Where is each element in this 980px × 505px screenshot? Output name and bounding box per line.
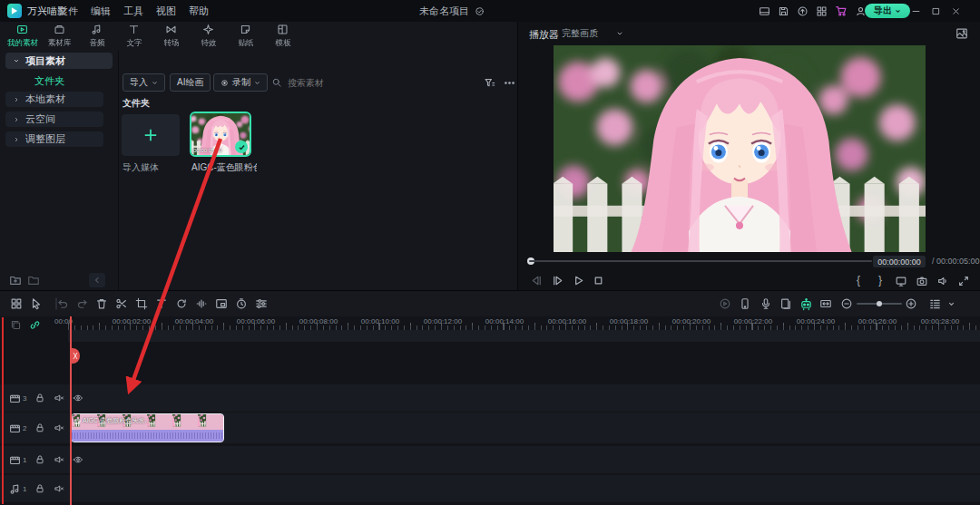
- phone-export-icon[interactable]: [738, 296, 752, 311]
- search-icon: [271, 77, 282, 88]
- hide-track-icon[interactable]: [73, 454, 83, 465]
- media-browser-icon[interactable]: [9, 296, 24, 311]
- play-icon[interactable]: [572, 274, 585, 287]
- current-time: 00:00:00:00: [873, 256, 926, 267]
- mute-track-icon[interactable]: [54, 454, 64, 465]
- tab-stickers[interactable]: 贴纸: [227, 22, 264, 51]
- undo-icon[interactable]: [55, 296, 70, 311]
- mute-track-icon[interactable]: [54, 422, 64, 433]
- new-folder-icon[interactable]: [9, 274, 22, 286]
- delete-icon[interactable]: [94, 296, 109, 311]
- search-input[interactable]: [286, 73, 426, 92]
- mute-track-icon[interactable]: [54, 393, 64, 403]
- crop-icon[interactable]: [134, 296, 149, 311]
- import-label: 导入: [130, 76, 148, 89]
- minimize-icon[interactable]: [911, 6, 921, 16]
- speed-ramp-icon[interactable]: [174, 296, 189, 311]
- voiceover-mic-icon[interactable]: [759, 296, 773, 311]
- fullscreen-icon[interactable]: [957, 275, 970, 287]
- apps-grid-icon[interactable]: [816, 5, 828, 17]
- fit-timeline-icon[interactable]: [818, 296, 833, 311]
- media-asset-thumbnail[interactable]: 00:00:05:00: [191, 113, 250, 155]
- mute-track-icon[interactable]: [54, 483, 64, 494]
- export-button[interactable]: 导出: [865, 4, 910, 18]
- record-button[interactable]: 录制: [213, 73, 268, 92]
- next-frame-icon[interactable]: [551, 274, 564, 287]
- track-row-video3[interactable]: [0, 384, 980, 412]
- mark-out-icon[interactable]: }: [878, 274, 882, 286]
- playhead-handle[interactable]: [72, 348, 80, 364]
- select-tool-icon[interactable]: [29, 296, 44, 311]
- previous-frame-icon[interactable]: [530, 274, 544, 287]
- redo-icon[interactable]: [75, 296, 90, 311]
- menu-tools[interactable]: 工具: [123, 5, 143, 18]
- link-clips-icon[interactable]: [29, 319, 41, 331]
- timer-icon[interactable]: [234, 296, 249, 311]
- sidebar-item-project-media[interactable]: 项目素材: [5, 53, 113, 69]
- ai-paint-button[interactable]: AI绘画: [170, 73, 211, 92]
- marker-strip[interactable]: [68, 330, 980, 342]
- menu-edit[interactable]: 编辑: [91, 5, 111, 18]
- filter-icon[interactable]: [484, 77, 495, 89]
- tab-text[interactable]: 文字: [115, 22, 152, 51]
- stop-icon[interactable]: [592, 274, 605, 287]
- zoom-in-icon[interactable]: [904, 296, 918, 311]
- sidebar-item-folder[interactable]: 文件夹: [34, 73, 64, 88]
- tab-stock-library[interactable]: 素材库: [41, 22, 78, 51]
- timeline-clip[interactable]: AIGC-蓝色眼粉色头发...: [71, 413, 224, 442]
- tab-transition[interactable]: 转场: [152, 22, 190, 51]
- menu-file[interactable]: 文件: [58, 5, 78, 18]
- update-icon[interactable]: [797, 5, 808, 17]
- collapse-sidebar-icon[interactable]: [89, 273, 105, 287]
- split-scissors-icon[interactable]: [114, 296, 129, 311]
- cart-icon[interactable]: [835, 5, 848, 17]
- lock-track-icon[interactable]: [34, 393, 45, 403]
- sidebar-item-cloud[interactable]: 云空间: [5, 112, 103, 127]
- save-icon[interactable]: [778, 5, 789, 17]
- quality-select[interactable]: 完整画质: [562, 26, 623, 41]
- lock-track-icon[interactable]: [34, 454, 45, 465]
- preview-video[interactable]: [554, 45, 926, 252]
- import-media-tile[interactable]: [122, 114, 180, 156]
- mark-in-icon[interactable]: {: [857, 274, 860, 286]
- more-options-icon[interactable]: [504, 77, 515, 89]
- menu-help[interactable]: 帮助: [189, 5, 209, 18]
- copy-icon[interactable]: [10, 319, 22, 331]
- adjust-sliders-icon[interactable]: [254, 296, 269, 311]
- lock-track-icon[interactable]: [34, 483, 45, 494]
- ai-assistant-icon[interactable]: [799, 296, 813, 311]
- snapshot-camera-icon[interactable]: [916, 275, 928, 287]
- track-manager-icon[interactable]: [927, 296, 942, 311]
- track-row-video1[interactable]: [0, 446, 980, 473]
- tab-effects[interactable]: 特效: [190, 22, 227, 51]
- import-button[interactable]: 导入: [122, 73, 165, 92]
- color-scope-icon[interactable]: [956, 27, 968, 40]
- playhead[interactable]: [70, 316, 72, 505]
- delete-folder-icon[interactable]: [27, 274, 40, 286]
- import-media-label: 导入媒体: [122, 161, 159, 174]
- close-icon[interactable]: [951, 6, 961, 16]
- maximize-icon[interactable]: [931, 6, 941, 16]
- tab-templates[interactable]: 模板: [264, 22, 301, 51]
- zoom-out-icon[interactable]: [839, 296, 854, 311]
- sidebar-item-local-media[interactable]: 本地素材: [5, 92, 103, 107]
- render-preview-icon[interactable]: [718, 296, 732, 311]
- track-manager-caret-icon[interactable]: [944, 296, 958, 311]
- seek-bar[interactable]: [529, 260, 872, 262]
- tab-my-media[interactable]: 我的素材: [4, 22, 41, 51]
- track-row-audio1[interactable]: [0, 475, 980, 502]
- lock-track-icon[interactable]: [34, 422, 45, 433]
- pip-icon[interactable]: [214, 296, 229, 311]
- tab-audio[interactable]: 音频: [78, 22, 115, 51]
- text-tool-icon[interactable]: [154, 296, 169, 311]
- menu-view[interactable]: 视图: [156, 5, 176, 18]
- zoom-slider-handle[interactable]: [877, 301, 882, 306]
- hide-track-icon[interactable]: [73, 393, 83, 403]
- marker-note-icon[interactable]: [779, 296, 793, 311]
- volume-icon[interactable]: [936, 275, 949, 287]
- sidebar-item-adjustment-layer[interactable]: 调整图层: [5, 131, 103, 147]
- layout-icon[interactable]: [759, 5, 770, 17]
- mirror-display-icon[interactable]: [895, 275, 907, 287]
- app-logo-icon[interactable]: [7, 4, 22, 18]
- voice-effect-icon[interactable]: [194, 296, 209, 311]
